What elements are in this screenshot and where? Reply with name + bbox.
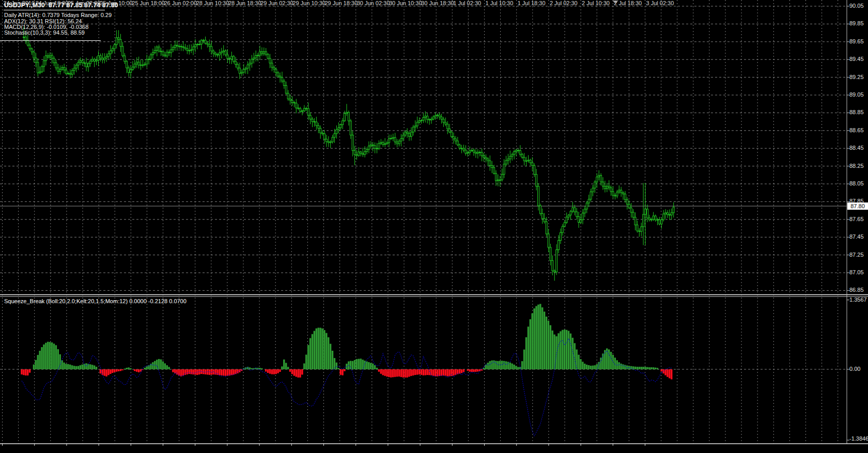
price-axis-label: 86.85 bbox=[849, 287, 864, 293]
time-axis-label: 24 Jun 2010 bbox=[4, 0, 35, 6]
time-axis-label: 29 Jun 10:30 bbox=[292, 0, 326, 6]
price-axis-label: 89.85 bbox=[849, 20, 864, 26]
time-axis-label: 28 Jun 10:30 bbox=[196, 0, 229, 6]
time-axis-label: 30 Jun 10:30 bbox=[389, 0, 422, 6]
price-axis-label: 89.05 bbox=[849, 91, 864, 98]
time-axis-label: 30 Jun 02:30 bbox=[357, 0, 390, 6]
price-axis-label: 87.45 bbox=[849, 233, 864, 240]
price-axis-label: 88.85 bbox=[849, 109, 864, 115]
price-axis-label: 87.05 bbox=[849, 269, 864, 275]
time-axis-label: 25 Jun 18:00 bbox=[132, 0, 165, 6]
mt4-chart-window: USDJPY.,M30 87.77 87.85 87.74 87.80 Dail… bbox=[0, 0, 868, 453]
time-axis-label: 1 Jul 10:30 bbox=[486, 0, 514, 6]
chart-canvas[interactable] bbox=[0, 0, 868, 453]
price-axis-label: 88.65 bbox=[849, 127, 864, 133]
time-axis-label: 30 Jun 18:30 bbox=[421, 0, 454, 6]
time-axis-label: 29 Jun 02:30 bbox=[260, 0, 293, 6]
time-axis[interactable] bbox=[0, 444, 868, 453]
time-axis-label: 25 Jun 10:00 bbox=[100, 0, 133, 6]
price-axis-label: 89.45 bbox=[849, 56, 864, 62]
time-axis-label: 2 Jul 02:30 bbox=[550, 0, 578, 6]
time-axis-label: 29 Jun 18:30 bbox=[325, 0, 358, 6]
subwindow-axis-label: 0.00 bbox=[849, 366, 860, 372]
time-axis-label: 26 Jun 02:00 bbox=[164, 0, 197, 6]
price-axis-label: 88.45 bbox=[849, 145, 864, 151]
price-axis-label: 88.05 bbox=[849, 180, 864, 186]
time-axis-label: 3 Jul 02:30 bbox=[646, 0, 674, 6]
squeeze-break-histogram bbox=[21, 304, 672, 435]
price-axis-label: 87.65 bbox=[849, 216, 864, 222]
time-axis-label: 24 Jun 18:00 bbox=[36, 0, 69, 6]
candlestick-series bbox=[23, 27, 675, 281]
subwindow-axis-label: -1.3846 bbox=[849, 435, 868, 442]
price-axis-label: 89.25 bbox=[849, 74, 864, 80]
time-axis-label: 2 Jul 18:30 bbox=[614, 0, 642, 6]
subwindow-axis-label: 1.3567 bbox=[849, 296, 867, 303]
time-axis-label: 1 Jul 18:30 bbox=[518, 0, 546, 6]
price-axis-label: 89.65 bbox=[849, 38, 864, 44]
time-axis-label: 2 Jul 10:30 bbox=[582, 0, 610, 6]
time-axis-label: 1 Jul 02:30 bbox=[453, 0, 481, 6]
price-axis-label: 90.05 bbox=[849, 3, 864, 9]
price-axis-label: 87.85 bbox=[849, 198, 864, 204]
time-axis-label: 25 Jun 02:00 bbox=[68, 0, 101, 6]
price-axis-label: 87.25 bbox=[849, 252, 864, 258]
price-axis-label: 88.25 bbox=[849, 163, 864, 169]
time-axis-label: 28 Jun 18:30 bbox=[228, 0, 261, 6]
